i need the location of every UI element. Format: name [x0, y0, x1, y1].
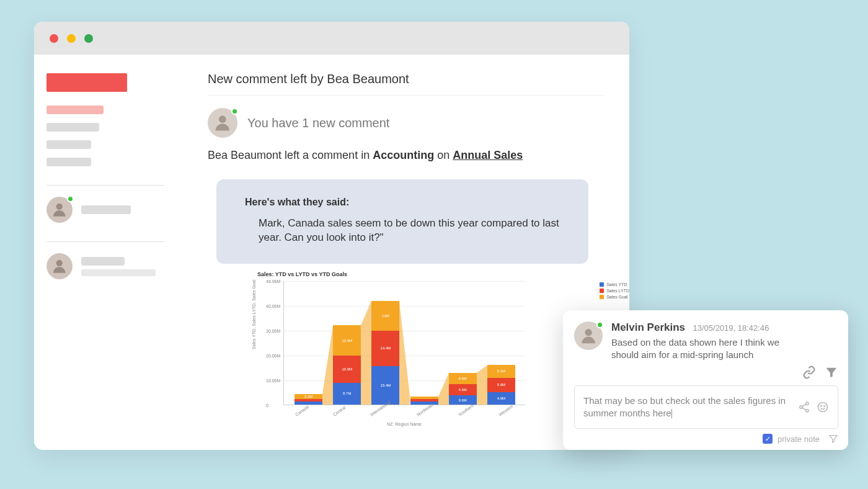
chart-ylabel: Sales YTD, Sales LYTD, Sales Goal: [252, 280, 256, 349]
emoji-icon[interactable]: [817, 401, 829, 413]
notification-row: You have 1 new comment: [208, 108, 604, 138]
dashboard-link[interactable]: Annual Sales: [453, 149, 523, 161]
legend-item: Sales YTD: [600, 282, 629, 287]
avatar: [46, 253, 73, 279]
svg-point-12: [818, 402, 828, 411]
avatar: [46, 197, 73, 223]
chart-title: Sales: YTD vs LYTD vs YTD Goals: [257, 271, 586, 277]
sidebar-user-item[interactable]: [46, 197, 164, 223]
main-panel: New comment left by Bea Beaumont You hav…: [177, 55, 629, 450]
chart-x-axis: CanadaCentralInternationalNortheastSouth…: [283, 411, 525, 418]
svg-point-2: [219, 116, 226, 123]
commenter-name: Melvin Perkins: [611, 321, 685, 333]
minimize-icon[interactable]: [67, 34, 76, 43]
reply-input[interactable]: That may be so but check out the sales f…: [574, 385, 838, 429]
presence-indicator: [67, 195, 74, 202]
filter-icon[interactable]: [825, 366, 838, 379]
presence-indicator: [596, 321, 603, 328]
sidebar: [34, 55, 177, 450]
bar-northeast: [410, 397, 438, 405]
presence-indicator: [231, 108, 238, 115]
svg-point-14: [824, 405, 825, 406]
chart-plot-area: 2.2M12.4M10.9M8.7M12M14.4M15.4M4.6M4.6M3…: [283, 281, 525, 405]
legend-item: Sales Goal: [600, 295, 629, 299]
app-window: New comment left by Bea Beaumont You hav…: [34, 22, 629, 450]
xtick-label: Canada: [294, 405, 309, 417]
chart: Sales: YTD vs LYTD vs YTD Goals Sales YT…: [257, 271, 586, 418]
context-joiner: on: [434, 149, 453, 161]
sidebar-item[interactable]: [46, 140, 91, 149]
page-title: New comment left by Bea Beaumont: [208, 72, 604, 96]
comment-message: Based on the data shown here I think we …: [611, 336, 797, 362]
sidebar-user-item[interactable]: [46, 253, 164, 279]
window-body: New comment left by Bea Beaumont You hav…: [34, 55, 629, 450]
chart-legend: Sales YTDSales LYTDSales Goal: [600, 282, 629, 301]
comment-label: Here's what they said:: [245, 197, 567, 208]
sidebar-item[interactable]: [46, 105, 104, 114]
notification-text: You have 1 new comment: [247, 116, 389, 130]
private-note-checkbox[interactable]: ✓: [763, 434, 773, 444]
context-prefix: Bea Beaumont left a comment in: [208, 149, 373, 161]
private-note-label: private note: [777, 434, 820, 444]
svg-marker-3: [322, 325, 333, 405]
comment-body: Mark, Canada sales seem to be down this …: [245, 217, 567, 245]
placeholder-line: [81, 257, 125, 266]
svg-point-10: [800, 406, 802, 408]
divider: [46, 185, 164, 186]
maximize-icon[interactable]: [84, 34, 93, 43]
placeholder-line: [81, 269, 156, 276]
context-line: Bea Beaumont left a comment in Accountin…: [208, 149, 604, 162]
workspace-link[interactable]: Accounting: [373, 149, 434, 161]
svg-marker-5: [399, 301, 410, 405]
svg-point-8: [585, 329, 591, 336]
bar-central: 12.4M10.9M8.7M: [333, 325, 361, 405]
sidebar-item[interactable]: [46, 123, 99, 132]
window-titlebar: [34, 22, 629, 55]
filter-icon[interactable]: [828, 434, 838, 444]
svg-point-0: [56, 204, 63, 210]
comment-popup: Melvin Perkins 13/05/2019, 18:42:46 Base…: [563, 310, 848, 450]
divider: [46, 241, 164, 242]
close-icon[interactable]: [50, 34, 58, 43]
comment-card: Here's what they said: Mark, Canada sale…: [216, 179, 588, 264]
xtick-label: Central: [332, 405, 347, 417]
svg-marker-6: [438, 373, 449, 405]
legend-item: Sales LYTD: [600, 289, 629, 293]
svg-point-9: [806, 402, 808, 405]
compose-button[interactable]: [46, 73, 127, 92]
sidebar-item[interactable]: [46, 158, 91, 166]
svg-marker-7: [477, 365, 487, 405]
reply-text-content: That may be so but check out the sales f…: [583, 395, 786, 418]
bar-international: 12M14.4M15.4M: [371, 301, 399, 405]
xtick-label: Western: [498, 404, 513, 417]
avatar: [208, 108, 237, 138]
placeholder-line: [81, 205, 131, 214]
svg-point-13: [821, 405, 822, 406]
comment-timestamp: 13/05/2019, 18:42:46: [693, 323, 769, 333]
bar-southern: 4.6M4.6M3.6M: [449, 373, 477, 405]
svg-point-1: [56, 260, 63, 266]
link-icon[interactable]: [802, 366, 816, 379]
avatar: [574, 321, 603, 350]
xtick-label: Southern: [458, 403, 474, 417]
svg-point-11: [806, 410, 808, 412]
chart-xlabel: NZ: Region Name: [283, 422, 525, 426]
share-icon[interactable]: [798, 401, 810, 413]
bar-western: 5.1M5.9M4.9M: [487, 365, 515, 405]
svg-marker-4: [361, 301, 371, 405]
bar-canada: 2.2M: [294, 394, 322, 405]
